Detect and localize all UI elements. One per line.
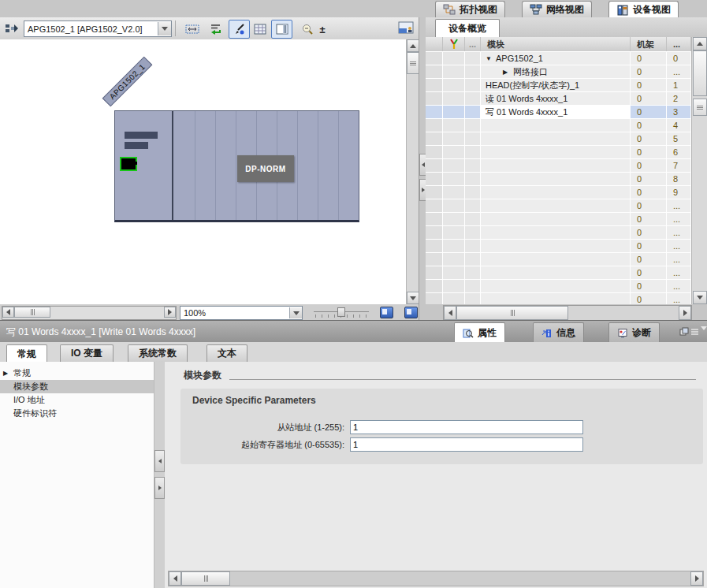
fit-to-view-icon[interactable] bbox=[404, 307, 418, 318]
zoom-out-button[interactable] bbox=[296, 20, 318, 39]
chevron-down-icon[interactable] bbox=[289, 307, 302, 318]
table-row[interactable]: 0 ... bbox=[426, 213, 691, 226]
table-row[interactable]: 0 ... bbox=[426, 199, 691, 213]
nav-splitter[interactable] bbox=[154, 362, 166, 588]
cell-slot: 9 bbox=[667, 186, 691, 199]
tab-properties[interactable]: 属性 bbox=[454, 322, 505, 343]
fit-to-view-icon[interactable] bbox=[380, 307, 393, 318]
device-selector[interactable]: APG1502_1 [APG1502_V2.0] bbox=[24, 20, 172, 37]
content-horizontal-scrollbar[interactable] bbox=[168, 571, 704, 586]
scroll-left-button[interactable] bbox=[169, 571, 181, 586]
tab-device-overview[interactable]: 设备概览 bbox=[435, 19, 500, 37]
tab-diagnostics[interactable]: 诊断 bbox=[608, 322, 660, 343]
nav-item-general[interactable]: ▶常规 bbox=[0, 367, 154, 380]
scroll-thumb[interactable] bbox=[407, 52, 419, 74]
table-row[interactable]: 0 ... bbox=[426, 226, 691, 240]
scroll-right-button[interactable] bbox=[164, 307, 176, 318]
table-row[interactable]: 0 4 bbox=[426, 119, 691, 132]
subtab-general[interactable]: 常规 bbox=[6, 344, 47, 363]
table-row[interactable]: ▼APG1502_1 0 0 bbox=[426, 52, 691, 65]
cell-module bbox=[481, 293, 631, 304]
view-tab-network[interactable]: 网络视图 bbox=[522, 1, 592, 17]
table-row[interactable]: ▶网络接口 0 ... bbox=[426, 65, 691, 79]
cell-module: 读 01 Words 4xxxx_1 bbox=[481, 92, 631, 105]
table-row[interactable]: 0 9 bbox=[426, 186, 691, 199]
duplicate-pane-icon[interactable] bbox=[679, 327, 689, 337]
subtab-system-constants[interactable]: 系统常数 bbox=[128, 344, 188, 362]
scroll-right-button[interactable] bbox=[679, 306, 691, 320]
split-editor-button[interactable] bbox=[398, 21, 412, 35]
scroll-right-button[interactable] bbox=[690, 571, 703, 586]
table-row[interactable]: 0 8 bbox=[426, 173, 691, 186]
table-row[interactable]: 0 ... bbox=[426, 280, 691, 293]
overview-tab-label: 设备概览 bbox=[448, 22, 486, 35]
grid-view-button[interactable] bbox=[249, 20, 270, 39]
section-title: 模块参数 bbox=[184, 369, 221, 382]
scroll-grip[interactable] bbox=[693, 99, 707, 116]
header-module: 模块 bbox=[481, 37, 631, 51]
cell-rack: 0 bbox=[631, 92, 667, 105]
table-row[interactable]: 0 5 bbox=[426, 132, 691, 146]
cell-module bbox=[481, 199, 631, 212]
scroll-thumb[interactable] bbox=[693, 50, 707, 96]
view-tab-topology[interactable]: 拓扑视图 bbox=[435, 1, 505, 17]
table-row[interactable]: 写 01 Words 4xxxx_1 0 3 bbox=[426, 106, 691, 119]
scroll-thumb[interactable] bbox=[456, 306, 568, 320]
table-row[interactable]: 0 ... bbox=[426, 266, 691, 280]
canvas-vertical-scrollbar[interactable] bbox=[406, 39, 419, 304]
device-selector-value: APG1502_1 [APG1502_V2.0] bbox=[24, 24, 158, 34]
view-tab-device[interactable]: 设备视图 bbox=[608, 1, 679, 18]
scroll-up-button[interactable] bbox=[693, 37, 707, 50]
cell-module bbox=[481, 226, 631, 239]
device-module-graphic[interactable]: DP-NORM bbox=[114, 110, 359, 222]
start-register-input[interactable] bbox=[350, 437, 583, 452]
subtab-io-tags[interactable]: IO 变量 bbox=[60, 344, 113, 362]
scroll-up-button[interactable] bbox=[407, 39, 419, 52]
table-row[interactable]: 0 7 bbox=[426, 159, 691, 173]
overview-horizontal-scrollbar[interactable] bbox=[426, 304, 707, 320]
nav-item-hardware-identifier[interactable]: 硬件标识符 bbox=[0, 407, 154, 420]
select-tool-button[interactable] bbox=[229, 20, 250, 39]
zoom-slider-thumb[interactable] bbox=[337, 307, 345, 317]
plus-minus-icon: ± bbox=[319, 24, 325, 35]
canvas-horizontal-scrollbar[interactable] bbox=[2, 306, 177, 320]
module-vent-bar bbox=[125, 132, 158, 139]
device-view-icon bbox=[616, 5, 629, 16]
header-slot: ... bbox=[667, 37, 691, 51]
address-labels-button[interactable] bbox=[205, 20, 226, 39]
zoom-step-button[interactable]: ± bbox=[315, 20, 329, 39]
collapse-chevron-icon[interactable] bbox=[701, 330, 707, 341]
scroll-left-button[interactable] bbox=[444, 306, 456, 320]
tab-info[interactable]: 信息 bbox=[533, 322, 584, 343]
nav-item-io-addresses[interactable]: I/O 地址 bbox=[0, 393, 154, 407]
subtab-texts[interactable]: 文本 bbox=[207, 344, 247, 362]
zoom-level-dropdown[interactable]: 100% bbox=[180, 306, 303, 320]
scroll-left-button[interactable] bbox=[2, 307, 14, 318]
add-device-icon[interactable] bbox=[5, 21, 19, 35]
table-row[interactable]: 0 ... bbox=[426, 253, 691, 266]
scroll-down-button[interactable] bbox=[693, 291, 707, 304]
collapse-left-button[interactable] bbox=[154, 450, 165, 472]
table-header-row: ... 模块 机架 ... bbox=[426, 37, 691, 52]
nav-item-module-parameters[interactable]: 模块参数 bbox=[0, 380, 154, 393]
menu-lines-icon[interactable] bbox=[690, 327, 699, 336]
scroll-thumb[interactable] bbox=[181, 571, 230, 586]
collapse-right-button[interactable] bbox=[154, 477, 165, 499]
table-row[interactable]: HEAD(控制字/状态字)_1 0 1 bbox=[426, 79, 691, 92]
table-row[interactable]: 读 01 Words 4xxxx_1 0 2 bbox=[426, 92, 691, 106]
table-row[interactable]: 0 6 bbox=[426, 146, 691, 159]
rack-view-button[interactable] bbox=[271, 20, 292, 39]
info-icon bbox=[541, 328, 553, 339]
cell-slot: ... bbox=[667, 280, 691, 292]
table-row[interactable]: 0 ... bbox=[426, 293, 691, 304]
zoom-slider[interactable] bbox=[314, 307, 369, 318]
device-canvas[interactable]: APG1502_1 DP-NORM bbox=[0, 39, 406, 304]
slave-address-input[interactable] bbox=[350, 420, 583, 434]
cell-slot: ... bbox=[667, 199, 691, 212]
table-row[interactable]: 0 ... bbox=[426, 240, 691, 253]
overview-vertical-scrollbar[interactable] bbox=[691, 37, 707, 304]
scroll-thumb[interactable] bbox=[14, 307, 50, 318]
measure-button[interactable] bbox=[181, 20, 203, 39]
chevron-down-icon[interactable] bbox=[158, 22, 171, 35]
scroll-down-button[interactable] bbox=[407, 292, 419, 304]
